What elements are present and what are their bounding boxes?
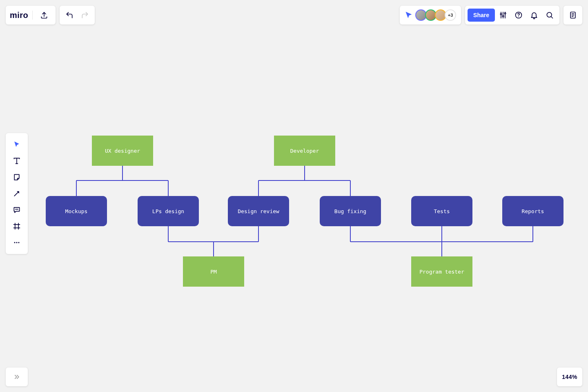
help-button[interactable]	[511, 8, 526, 22]
node-task-design-review[interactable]: Design review	[228, 196, 289, 226]
tool-connection-line[interactable]	[6, 185, 28, 202]
notifications-button[interactable]	[527, 8, 541, 22]
upload-icon	[40, 11, 48, 19]
bell-icon	[530, 11, 538, 19]
svg-point-41	[18, 242, 20, 243]
sticky-note-icon	[13, 173, 21, 181]
svg-point-22	[504, 13, 506, 14]
share-label: Share	[473, 12, 489, 18]
node-label: PM	[210, 269, 217, 275]
node-label: Tests	[434, 208, 450, 214]
avatar-more[interactable]: +3	[445, 9, 456, 21]
presence-panel: +3	[400, 6, 461, 24]
svg-line-33	[14, 192, 18, 196]
node-label: UX designer	[105, 148, 140, 154]
tool-more[interactable]	[6, 234, 28, 251]
node-label: Developer	[290, 148, 319, 154]
logo-panel: miro	[6, 6, 56, 24]
node-role-pm[interactable]: PM	[183, 256, 244, 287]
expand-panel-button[interactable]	[6, 368, 28, 386]
node-label: Bug fixing	[334, 208, 366, 214]
tool-comment[interactable]	[6, 202, 28, 218]
svg-line-26	[551, 17, 553, 18]
share-button[interactable]: Share	[468, 9, 495, 22]
node-role-ux[interactable]: UX designer	[92, 136, 153, 166]
node-task-reports[interactable]: Reports	[502, 196, 564, 226]
export-button[interactable]	[37, 8, 51, 22]
avatar-list: +3	[417, 9, 456, 21]
tool-text[interactable]	[6, 153, 28, 169]
tool-frame[interactable]	[6, 218, 28, 234]
notes-icon	[569, 11, 577, 19]
history-panel	[60, 6, 95, 24]
node-label: Program tester	[419, 269, 464, 275]
chevrons-right-icon	[13, 373, 21, 381]
node-role-developer[interactable]: Developer	[274, 136, 335, 166]
cursor-presence-icon[interactable]	[405, 11, 413, 19]
notes-button[interactable]	[564, 6, 582, 24]
more-icon	[13, 238, 21, 247]
node-task-lps-design[interactable]: LPs design	[138, 196, 199, 226]
tool-select[interactable]	[6, 136, 28, 153]
cursor-icon	[13, 140, 21, 149]
undo-button[interactable]	[62, 8, 77, 22]
svg-point-39	[14, 242, 16, 243]
comment-icon	[13, 206, 21, 214]
node-role-tester[interactable]: Program tester	[411, 256, 472, 287]
frame-icon	[13, 222, 21, 230]
arrow-icon	[13, 189, 21, 198]
svg-point-18	[500, 13, 501, 15]
redo-button[interactable]	[78, 8, 92, 22]
svg-point-20	[502, 16, 503, 17]
canvas[interactable]: UX designer Developer Mockups LPs design…	[0, 0, 588, 392]
node-task-mockups[interactable]: Mockups	[46, 196, 107, 226]
search-button[interactable]	[542, 8, 557, 22]
sliders-icon	[499, 11, 507, 19]
text-icon	[13, 157, 21, 165]
search-icon	[546, 11, 554, 19]
node-label: Mockups	[65, 208, 88, 214]
node-label: Design review	[238, 208, 279, 214]
board-controls-panel: Share	[465, 6, 559, 24]
tool-sticky-note[interactable]	[6, 169, 28, 185]
app-logo[interactable]: miro	[10, 11, 28, 20]
node-label: LPs design	[152, 208, 184, 214]
tool-panel	[6, 133, 28, 254]
settings-button[interactable]	[496, 8, 510, 22]
undo-icon	[65, 11, 74, 19]
separator	[32, 11, 33, 20]
svg-point-40	[16, 242, 18, 243]
redo-icon	[81, 11, 89, 19]
zoom-value: 144%	[562, 374, 577, 380]
help-icon	[514, 11, 523, 19]
node-task-tests[interactable]: Tests	[411, 196, 472, 226]
zoom-indicator[interactable]: 144%	[557, 368, 582, 386]
avatar-more-label: +3	[448, 13, 453, 18]
node-label: Reports	[522, 208, 544, 214]
node-task-bug-fixing[interactable]: Bug fixing	[320, 196, 381, 226]
